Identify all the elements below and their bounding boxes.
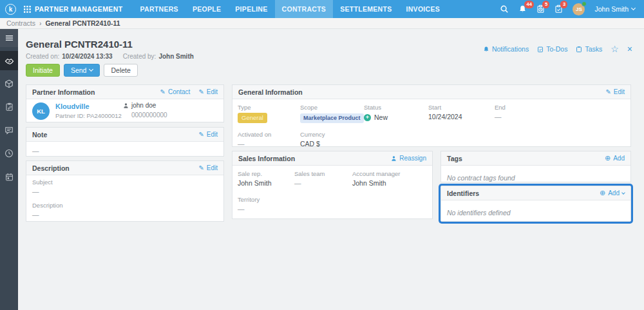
reassign-link[interactable]: Reassign: [391, 155, 426, 162]
edit-link[interactable]: ✎Edit: [198, 164, 218, 171]
notifications-link[interactable]: Notifications: [483, 45, 529, 53]
note-header: Note ✎Edit: [26, 128, 223, 142]
package-box-icon: [5, 79, 14, 88]
type-label: Type: [238, 104, 300, 111]
status-value: New: [374, 113, 388, 121]
tasks-link[interactable]: Tasks: [576, 45, 602, 53]
sidebar-item-contracts[interactable]: [0, 51, 18, 70]
notifications-bell-icon[interactable]: 44: [518, 5, 527, 14]
edit-link[interactable]: ✎Edit: [605, 88, 625, 95]
identifiers-header: Identifiers ⊕Add: [441, 186, 630, 200]
tasks-clipboard-icon[interactable]: 3: [554, 5, 563, 14]
edit-link[interactable]: ✎Edit: [198, 131, 218, 138]
user-avatar[interactable]: JS: [573, 3, 585, 15]
type-badge: General: [238, 113, 267, 123]
user-name-label: John Smith: [594, 5, 629, 13]
card-title: Identifiers: [447, 189, 479, 197]
sidebar-item-history[interactable]: [0, 144, 18, 163]
add-identifier-link[interactable]: ⊕Add: [600, 189, 625, 197]
brand-logo[interactable]: k: [5, 4, 16, 15]
breadcrumb-current: General PCNTR2410-11: [45, 19, 120, 27]
nav-item-people[interactable]: PEOPLE: [185, 0, 228, 18]
pencil-icon: ✎: [605, 89, 611, 95]
todos-link[interactable]: To-Dos: [537, 45, 567, 53]
chevron-down-icon: [621, 191, 625, 195]
nav-item-invoices[interactable]: INVOICES: [399, 0, 448, 18]
partner-avatar: KL: [32, 102, 50, 120]
note-value: —: [32, 147, 39, 155]
card-title: General Information: [238, 88, 303, 96]
person-icon: [391, 155, 397, 162]
user-online-status-dot: [582, 1, 587, 6]
todos-count-badge: 5: [542, 1, 549, 8]
circle-plus-icon: ⊕: [600, 189, 605, 197]
nav-item-partners[interactable]: PARTNERS: [133, 0, 185, 18]
add-tag-link[interactable]: ⊕Add: [605, 155, 625, 162]
account-manager-label: Account manager: [352, 170, 427, 177]
sidebar-menu-toggle[interactable]: [0, 29, 18, 47]
card-title: Sales Information: [238, 155, 295, 162]
user-menu[interactable]: John Smith: [594, 5, 635, 13]
nav-item-pipeline[interactable]: PIPELINE: [228, 0, 274, 18]
general-information-header: General Information ✎Edit: [232, 85, 630, 99]
contact-link[interactable]: ✎Contact: [160, 88, 191, 95]
top-navigation-bar: k PARTNER MANAGEMENT PARTNERS PEOPLE PIP…: [0, 0, 644, 18]
card-title: Note: [32, 131, 47, 139]
note-card: Note ✎Edit —: [26, 127, 224, 157]
initiate-button[interactable]: Initiate: [26, 64, 60, 77]
todos-clipboard-icon[interactable]: 5: [536, 5, 545, 14]
description-card: Description ✎Edit Subject — Description …: [26, 160, 224, 222]
action-buttons: Initiate Send Delete: [26, 64, 138, 77]
calendar-icon: [5, 173, 14, 181]
send-button[interactable]: Send: [64, 64, 100, 77]
general-information-card: General Information ✎Edit Type General S…: [232, 84, 631, 147]
created-by-label: Created by:: [123, 53, 156, 60]
edit-link[interactable]: ✎Edit: [198, 88, 218, 95]
sidebar-item-orders[interactable]: [0, 97, 18, 117]
sidebar-item-calendar[interactable]: [0, 167, 18, 186]
account-manager-value: John Smith: [352, 179, 427, 187]
favorite-star-icon[interactable]: ☆: [611, 44, 619, 53]
sale-rep-label: Sale rep.: [238, 170, 294, 177]
app-grid-icon[interactable]: [24, 6, 31, 13]
app-title[interactable]: PARTNER MANAGEMENT: [35, 5, 123, 13]
app-window: k PARTNER MANAGEMENT PARTNERS PEOPLE PIP…: [0, 0, 644, 310]
pencil-icon: ✎: [198, 89, 204, 95]
page-title: General PCNTR2410-11: [26, 39, 133, 50]
created-on-label: Created on:: [26, 53, 59, 60]
description-value: —: [32, 211, 218, 218]
card-title: Description: [32, 164, 70, 172]
bell-icon: [483, 46, 489, 53]
partner-id: Partner ID: PA24000012: [55, 112, 122, 119]
status-label: Status: [364, 104, 428, 111]
chat-bubble-icon: [5, 126, 14, 135]
delete-button[interactable]: Delete: [104, 64, 137, 77]
chevron-down-icon: [631, 6, 636, 10]
partner-name-link[interactable]: Kloudville: [55, 102, 90, 110]
search-icon[interactable]: [500, 5, 509, 14]
sidebar-item-products[interactable]: [0, 74, 18, 93]
card-title: Partner Information: [32, 88, 95, 96]
partner-contact-phone: 0000000000: [131, 111, 167, 119]
start-value: 10/24/2024: [428, 113, 495, 121]
tags-card: Tags ⊕Add No contract tags found: [440, 151, 631, 182]
tags-empty-text: No contract tags found: [447, 174, 515, 182]
chevron-down-icon: [89, 67, 93, 72]
hamburger-icon: [5, 35, 14, 41]
identifiers-empty-text: No identifiers defined: [447, 209, 511, 217]
scope-badge: Marketplace Product: [300, 113, 364, 123]
currency-value: CAD $: [300, 140, 364, 148]
page-meta: Created on: 10/24/2024 13:33 Created by:…: [26, 53, 194, 60]
close-icon[interactable]: ×: [627, 44, 632, 53]
breadcrumb-contracts[interactable]: Contracts: [6, 19, 35, 27]
nav-item-settlements[interactable]: SETTLEMENTS: [333, 0, 399, 18]
created-by-value: John Smith: [158, 53, 193, 60]
description-header: Description ✎Edit: [26, 161, 223, 175]
sales-team-label: Sales team: [294, 170, 352, 177]
description-label: Description: [32, 202, 218, 209]
pencil-icon: ✎: [160, 89, 166, 95]
sidebar-item-messages[interactable]: [0, 121, 18, 140]
left-icon-sidebar: [0, 29, 18, 310]
tasks-count-badge: 3: [560, 1, 567, 8]
nav-item-contracts[interactable]: CONTRACTS: [275, 0, 334, 18]
